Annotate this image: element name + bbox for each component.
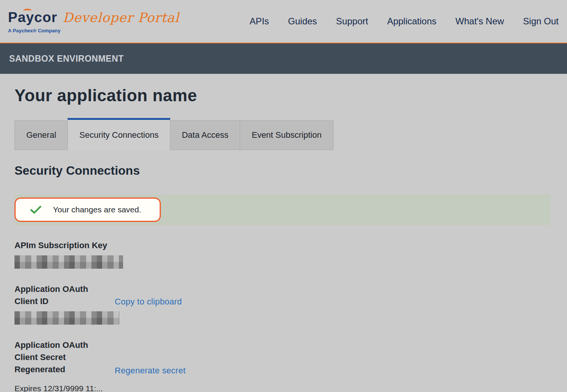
environment-banner: SANDBOX ENVIRONMENT — [0, 43, 567, 74]
apim-subscription-key-field: APIm Subscription Key — [14, 239, 551, 269]
success-banner: Your changes are saved. — [14, 194, 551, 225]
apim-key-redacted-value — [14, 255, 123, 269]
oauth-client-id-label-line2: Client ID — [14, 295, 88, 308]
top-header: Paycor Developer Portal A Paychex® Compa… — [0, 0, 567, 43]
main-nav: APIs Guides Support Applications What's … — [250, 16, 559, 27]
paychex-company-text: A Paychex® Company — [8, 28, 179, 33]
nav-sign-out[interactable]: Sign Out — [523, 16, 559, 27]
secret-expires-text: Expires 12/31/9999 11:... — [14, 384, 551, 392]
paycor-logo[interactable]: Paycor Developer Portal A Paychex® Compa… — [8, 10, 179, 33]
oauth-client-secret-field: Application OAuth Client Secret Regenera… — [14, 339, 551, 392]
check-icon — [30, 205, 42, 214]
oauth-client-id-field: Application OAuth Client ID Copy to clip… — [14, 283, 551, 325]
paycor-brand-text: Paycor — [8, 10, 57, 25]
nav-guides[interactable]: Guides — [288, 16, 317, 27]
copy-to-clipboard-link[interactable]: Copy to clipboard — [115, 297, 182, 308]
oauth-client-secret-label-line2: Client Secret — [14, 351, 88, 363]
page-title: Your application name — [14, 86, 551, 105]
oauth-client-id-label-line1: Application OAuth — [14, 283, 88, 295]
regenerate-secret-link[interactable]: Regenerate secret — [115, 366, 186, 376]
main-content: Your application name General Security C… — [0, 86, 567, 392]
oauth-client-secret-label-line1: Application OAuth — [14, 339, 88, 351]
tab-security-connections[interactable]: Security Connections — [67, 118, 170, 150]
tab-event-subscription[interactable]: Event Subscription — [240, 120, 333, 150]
oauth-client-secret-label-line3: Regenerated — [14, 363, 88, 376]
oauth-client-id-redacted-value — [14, 311, 119, 325]
nav-support[interactable]: Support — [336, 16, 368, 27]
tab-bar: General Security Connections Data Access… — [14, 118, 551, 150]
tab-data-access[interactable]: Data Access — [170, 120, 240, 150]
apim-key-label: APIm Subscription Key — [14, 239, 551, 252]
nav-apis[interactable]: APIs — [250, 16, 269, 27]
nav-whats-new[interactable]: What's New — [455, 16, 504, 27]
save-confirmation-toast: Your changes are saved. — [14, 198, 161, 222]
toast-message: Your changes are saved. — [53, 205, 141, 214]
environment-label: SANDBOX ENVIRONMENT — [9, 54, 124, 64]
tab-general[interactable]: General — [14, 120, 68, 150]
developer-portal-text: Developer Portal — [62, 10, 179, 25]
section-title: Security Connections — [14, 164, 551, 178]
logo-swoosh-icon — [23, 9, 32, 13]
nav-applications[interactable]: Applications — [387, 16, 436, 27]
